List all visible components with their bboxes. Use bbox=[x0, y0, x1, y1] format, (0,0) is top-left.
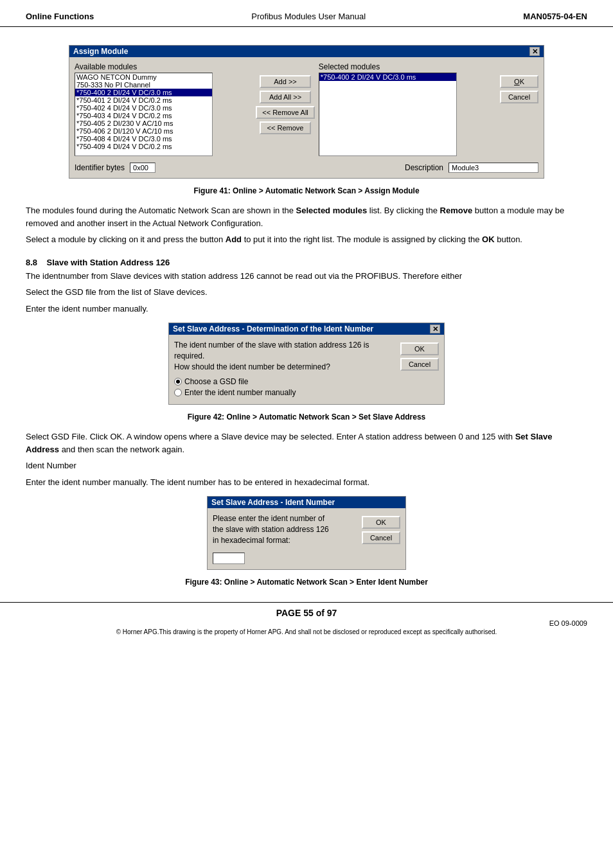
assign-bottom-row: Identifier bytes 0x00 Description Module… bbox=[75, 159, 538, 173]
radio-gsd-option[interactable]: Choose a GSD file bbox=[174, 377, 395, 386]
assign-module-close-button[interactable]: ✕ bbox=[529, 47, 540, 56]
ident-description: Please enter the ident number of the sla… bbox=[213, 513, 357, 545]
available-item-9[interactable]: *750-409 4 DI/24 V DC/0.2 ms bbox=[75, 143, 212, 150]
set-slave-address-bold: Set Slave Address bbox=[26, 432, 552, 454]
set-slave-desc2: How should the ident number be determine… bbox=[174, 362, 330, 371]
available-modules-panel: Available modules WAGO NETCON Dummy 750-… bbox=[75, 62, 252, 156]
available-label: Available modules bbox=[75, 62, 252, 71]
set-slave-close-button[interactable]: ✕ bbox=[430, 324, 440, 333]
figure43-caption: Figure 43: Online > Automatic Network Sc… bbox=[26, 578, 587, 587]
section-title: Slave with Station Address 126 bbox=[47, 258, 170, 267]
set-slave-ok-button[interactable]: OK bbox=[400, 342, 439, 355]
set-slave-desc1: The ident number of the slave with stati… bbox=[174, 341, 369, 360]
available-listbox[interactable]: WAGO NETCON Dummy 750-333 No PI Channel … bbox=[75, 73, 213, 156]
page-number: PAGE 55 of 97 bbox=[26, 608, 587, 618]
section88-para2: Select the GSD file from the list of Sla… bbox=[26, 286, 587, 299]
ident-text3: in hexadecimal format: bbox=[213, 536, 290, 545]
available-item-5[interactable]: *750-403 4 DI/24 V DC/0.2 ms bbox=[75, 112, 212, 120]
set-slave-inner: The ident number of the slave with stati… bbox=[174, 340, 439, 399]
ident-title: Set Slave Address - Ident Number bbox=[211, 498, 335, 507]
add-all-button[interactable]: Add All >> bbox=[260, 91, 311, 103]
available-item-0[interactable]: WAGO NETCON Dummy bbox=[75, 73, 212, 81]
ident-text-col: Please enter the ident number of the sla… bbox=[213, 513, 357, 563]
ident-text2: the slave with station address 126 bbox=[213, 525, 329, 534]
body-para4: Enter the ident number manually. The ide… bbox=[26, 476, 587, 489]
ident-ok-button[interactable]: OK bbox=[362, 516, 400, 529]
section88-para1: The identnumber from Slave devices with … bbox=[26, 270, 587, 283]
selected-listbox[interactable]: *750-400 2 DI/24 V DC/3.0 ms bbox=[319, 73, 457, 156]
ident-number-label: Ident Number bbox=[26, 459, 587, 472]
section-88-heading: 8.8 Slave with Station Address 126 bbox=[26, 258, 587, 267]
ident-body: Please enter the ident number of the sla… bbox=[208, 508, 405, 569]
assign-cancel-button[interactable]: Cancel bbox=[500, 91, 538, 103]
remove-all-button[interactable]: << Remove All bbox=[256, 106, 315, 119]
set-slave-ok-cancel: OK Cancel bbox=[400, 342, 439, 371]
set-slave-text1: The ident number of the slave with stati… bbox=[174, 340, 395, 372]
radio-manual-button[interactable] bbox=[174, 389, 182, 396]
header-right: MAN0575-04-EN bbox=[523, 12, 587, 21]
selected-modules-panel: Selected modules *750-400 2 DI/24 V DC/3… bbox=[319, 62, 496, 156]
radio-gsd-button[interactable] bbox=[174, 378, 182, 385]
eo-number: EO 09-0009 bbox=[26, 619, 587, 627]
page-content: Assign Module ✕ Available modules WAGO N… bbox=[0, 27, 613, 587]
assign-module-title-bar: Assign Module ✕ bbox=[69, 46, 544, 57]
set-slave-dialog: Set Slave Address - Determination of the… bbox=[168, 323, 445, 405]
add-button[interactable]: Add >> bbox=[260, 75, 311, 88]
available-item-4[interactable]: *750-402 4 DI/24 V DC/3.0 ms bbox=[75, 104, 212, 112]
set-slave-text-col: The ident number of the slave with stati… bbox=[174, 340, 395, 399]
available-item-3[interactable]: *750-401 2 DI/24 V DC/0.2 ms bbox=[75, 96, 212, 104]
radio-group: Choose a GSD file Enter the ident number… bbox=[174, 377, 395, 397]
section-number: 8.8 bbox=[26, 258, 37, 267]
ok-label: OK bbox=[514, 78, 524, 85]
description-label: Description bbox=[405, 163, 443, 172]
set-slave-cancel-button[interactable]: Cancel bbox=[400, 358, 439, 371]
section88-para3: Enter the ident number manually. bbox=[26, 303, 587, 315]
copyright: © Horner APG.This drawing is the propert… bbox=[26, 628, 587, 635]
available-item-2[interactable]: *750-400 2 DI/24 V DC/3.0 ms bbox=[75, 89, 212, 96]
set-slave-title: Set Slave Address - Determination of the… bbox=[173, 324, 373, 333]
add-bold: Add bbox=[226, 235, 242, 244]
figure42-caption: Figure 42: Online > Automatic Network Sc… bbox=[26, 412, 587, 421]
selected-label: Selected modules bbox=[319, 62, 496, 71]
identifier-label: Identifier bytes bbox=[75, 163, 125, 172]
radio-manual-option[interactable]: Enter the ident number manually bbox=[174, 388, 395, 397]
module-transfer-buttons: Add >> Add All >> << Remove All << Remov… bbox=[256, 75, 315, 134]
set-slave-title-bar: Set Slave Address - Determination of the… bbox=[169, 323, 444, 335]
set-slave-body: The ident number of the slave with stati… bbox=[169, 335, 444, 404]
ident-label: Ident Number bbox=[26, 461, 76, 470]
remove-bold: Remove bbox=[440, 206, 473, 215]
body-para1: The modules found during the Automatic N… bbox=[26, 204, 587, 229]
header-left: Online Functions bbox=[26, 12, 94, 21]
selected-modules-bold: Selected modules bbox=[296, 206, 368, 215]
identifier-value: 0x00 bbox=[130, 163, 155, 173]
available-item-1[interactable]: 750-333 No PI Channel bbox=[75, 81, 212, 89]
assign-module-title: Assign Module bbox=[73, 47, 128, 56]
body-para3: Select GSD File. Click OK. A window open… bbox=[26, 430, 587, 456]
set-slave-ok-label: OK bbox=[414, 345, 425, 353]
description-row: Description Module3 bbox=[405, 163, 538, 173]
selected-item-0[interactable]: *750-400 2 DI/24 V DC/3.0 ms bbox=[319, 73, 456, 81]
page-header: Online Functions Profibus Modules User M… bbox=[0, 0, 613, 27]
figure42-container: Set Slave Address - Determination of the… bbox=[26, 323, 587, 405]
available-item-6[interactable]: *750-405 2 DI/230 V AC/10 ms bbox=[75, 120, 212, 127]
ok-bold: OK bbox=[482, 235, 495, 244]
page-footer: PAGE 55 of 97 EO 09-0009 © Horner APG.Th… bbox=[0, 602, 613, 641]
assign-module-inner: Available modules WAGO NETCON Dummy 750-… bbox=[75, 62, 538, 156]
body-para2: Select a module by clicking on it and pr… bbox=[26, 233, 587, 246]
figure43-container: Set Slave Address - Ident Number Please … bbox=[26, 496, 587, 569]
ident-inner: Please enter the ident number of the sla… bbox=[213, 513, 400, 563]
figure41-container: Assign Module ✕ Available modules WAGO N… bbox=[26, 45, 587, 179]
available-item-7[interactable]: *750-406 2 DI/120 V AC/10 ms bbox=[75, 127, 212, 135]
radio-manual-label: Enter the ident number manually bbox=[184, 388, 296, 397]
assign-module-dialog: Assign Module ✕ Available modules WAGO N… bbox=[69, 45, 544, 179]
ident-text1: Please enter the ident number of bbox=[213, 514, 324, 523]
ident-title-bar: Set Slave Address - Ident Number bbox=[208, 497, 405, 508]
ident-input[interactable] bbox=[213, 553, 245, 564]
ident-number-dialog: Set Slave Address - Ident Number Please … bbox=[207, 496, 406, 569]
assign-ok-button[interactable]: OK bbox=[500, 75, 538, 88]
ident-cancel-button[interactable]: Cancel bbox=[362, 531, 400, 544]
assign-module-body: Available modules WAGO NETCON Dummy 750-… bbox=[69, 57, 544, 178]
available-item-8[interactable]: *750-408 4 DI/24 V DC/3.0 ms bbox=[75, 135, 212, 143]
remove-button[interactable]: << Remove bbox=[260, 121, 311, 134]
ident-ok-cancel: OK Cancel bbox=[362, 516, 400, 544]
